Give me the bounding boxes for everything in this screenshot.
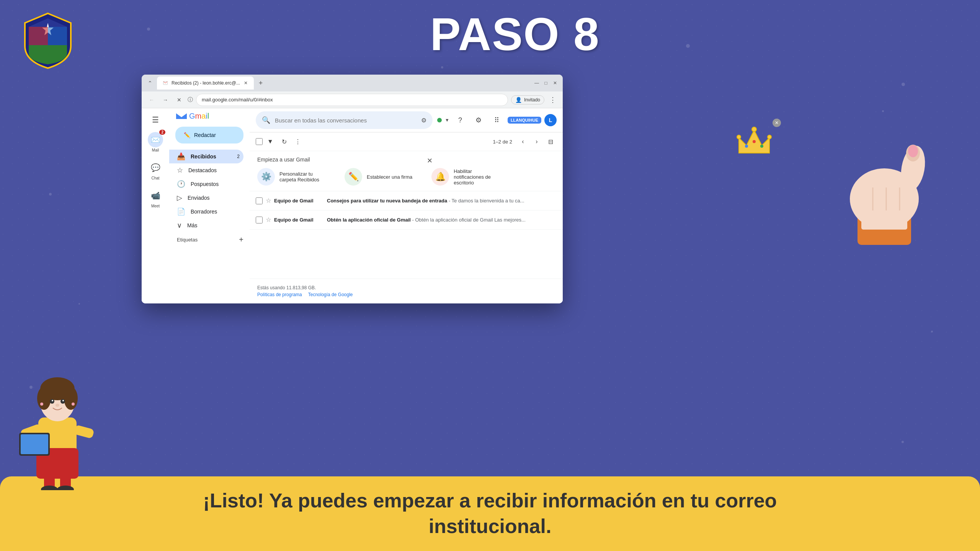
inbox-icon: 📥 <box>177 152 185 161</box>
svg-rect-19 <box>38 417 77 460</box>
more-options-btn[interactable]: ⋮ <box>547 95 558 105</box>
customize-text: Personalizar tu carpeta Recibidos <box>279 171 325 183</box>
back-arrow-btn[interactable]: ← <box>146 95 157 105</box>
close-btn[interactable]: ✕ <box>552 80 558 86</box>
next-page-btn[interactable]: › <box>531 135 543 148</box>
gmail-sidebar-icons: ☰ ✉️ Mail 2 💬 Chat 📹 Meet <box>142 108 169 303</box>
meet-label: Meet <box>151 204 160 208</box>
svg-point-24 <box>64 387 78 410</box>
reload-btn[interactable]: ✕ <box>174 95 185 105</box>
chat-icon: 💬 <box>148 160 163 175</box>
recibidos-label: Recibidos <box>191 153 216 160</box>
svg-rect-12 <box>854 187 915 210</box>
nav-item-destacados[interactable]: ☆ Destacados <box>169 163 243 177</box>
new-tab-btn[interactable]: + <box>255 78 266 88</box>
notifications-icon: 🔔 <box>431 168 449 186</box>
compose-button[interactable]: ✏️ Redactar <box>175 127 243 143</box>
subject-text-2: Obtén la aplicación oficial de Gmail <box>327 217 411 223</box>
nav-item-mas[interactable]: ∨ Más <box>169 218 243 232</box>
address-bar: ← → ✕ ⓘ 👤 Invitado ⋮ <box>142 91 563 108</box>
tab-close-btn[interactable]: ✕ <box>243 80 248 86</box>
close-banner-btn[interactable]: ✕ <box>427 156 433 165</box>
chat-label: Chat <box>151 176 159 180</box>
policies-link[interactable]: Políticas de programa <box>257 292 302 297</box>
recibidos-count: 2 <box>237 154 240 159</box>
mail-label: Mail <box>152 148 159 152</box>
more-toolbar-btn[interactable]: ⋮ <box>292 135 304 148</box>
get-started-cards: ⚙️ Personalizar tu carpeta Recibidos ✏️ … <box>257 168 555 186</box>
sidebar-item-chat[interactable]: 💬 Chat <box>142 157 169 183</box>
address-input[interactable] <box>196 94 508 106</box>
technology-link[interactable]: Tecnología de Google <box>308 292 353 297</box>
user-avatar[interactable]: L <box>544 114 557 126</box>
site-info-icon[interactable]: ⓘ <box>188 96 193 103</box>
refresh-btn[interactable]: ↻ <box>278 135 290 148</box>
svg-rect-33 <box>74 425 95 439</box>
profile-label: Invitado <box>524 97 540 103</box>
nav-item-enviados[interactable]: ▷ Enviados <box>169 191 243 205</box>
gmail-toolbar: ▼ ↻ ⋮ 1–2 de 2 ‹ › ⊟ <box>250 132 563 151</box>
email-checkbox-2[interactable] <box>256 217 263 223</box>
email-subject-2: Obtén la aplicación oficial de Gmail - O… <box>327 217 557 223</box>
nav-item-borradores[interactable]: 📄 Borradores <box>169 205 243 218</box>
profile-chip[interactable]: 👤 Invitado <box>511 95 544 104</box>
footer-links: Políticas de programa Tecnología de Goog… <box>257 292 555 297</box>
thumbs-up-decoration <box>827 115 942 276</box>
svg-point-22 <box>40 377 75 400</box>
mas-label: Más <box>187 222 197 228</box>
school-logo <box>23 11 73 69</box>
svg-rect-32 <box>21 434 48 454</box>
status-dot <box>437 118 442 122</box>
nav-item-recibidos[interactable]: 📥 Recibidos 2 <box>169 150 243 163</box>
minimize-btn[interactable]: — <box>534 80 540 86</box>
settings-btn[interactable]: ⚙ <box>471 112 486 128</box>
search-input[interactable] <box>275 117 416 124</box>
view-toggle-btn[interactable]: ⊟ <box>544 135 557 148</box>
nav-item-pospuestos[interactable]: 🕐 Pospuestos <box>169 177 243 191</box>
maximize-btn[interactable]: □ <box>543 80 549 86</box>
status-dropdown-btn[interactable]: ▼ <box>445 117 449 123</box>
bottom-banner: ¡Listo! Ya puedes empezar a recibir info… <box>0 476 980 551</box>
sidebar-item-mail[interactable]: ✉️ Mail 2 <box>142 129 169 155</box>
help-btn[interactable]: ? <box>452 112 468 128</box>
gmail-main: 🔍 ⚙ ▼ ? ⚙ ⠿ LLANQUIHUE <box>250 108 563 303</box>
enviados-label: Enviados <box>188 195 210 201</box>
email-row-1[interactable]: ☆ Equipo de Gmail Consejos para utilizar… <box>250 191 563 210</box>
school-name: LLANQUIHUE <box>511 118 538 122</box>
gmail-favicon-icon <box>162 80 168 86</box>
svg-rect-9 <box>858 207 911 245</box>
hamburger-menu-btn[interactable]: ☰ <box>148 112 163 127</box>
svg-point-26 <box>60 399 65 404</box>
compose-icon: ✏️ <box>184 132 190 138</box>
svg-point-7 <box>753 140 756 143</box>
email-checkbox-1[interactable] <box>256 197 263 204</box>
search-filter-icon[interactable]: ⚙ <box>421 117 426 124</box>
banner-line1: ¡Listo! Ya puedes empezar a recibir info… <box>203 488 777 514</box>
add-label-btn[interactable]: + <box>239 235 243 244</box>
svg-point-11 <box>898 144 928 193</box>
labels-section-header: Etiquetas + <box>169 232 250 246</box>
email-row-2[interactable]: ☆ Equipo de Gmail Obtén la aplicación of… <box>250 210 563 230</box>
svg-point-29 <box>56 404 59 407</box>
active-tab[interactable]: Recibidos (2) - leon.bohle.erc@... ✕ <box>157 77 254 90</box>
tab-title: Recibidos (2) - leon.bohle.erc@... <box>172 80 240 86</box>
email-star-2[interactable]: ☆ <box>266 216 271 223</box>
destacados-label: Destacados <box>188 167 217 173</box>
gs-card-notifications[interactable]: 🔔 Habilitar notificaciones de escritorio <box>431 168 500 186</box>
apps-btn[interactable]: ⠿ <box>489 112 505 128</box>
storage-info: Estás usando 11.813,98 GB. <box>257 285 316 290</box>
pagination-info: 1–2 de 2 <box>493 139 512 145</box>
browser-back-btn[interactable]: ⌃ <box>146 79 154 87</box>
sidebar-item-meet[interactable]: 📹 Meet <box>142 185 169 211</box>
select-all-checkbox[interactable] <box>256 138 263 145</box>
gs-card-customize[interactable]: ⚙️ Personalizar tu carpeta Recibidos <box>257 168 325 186</box>
search-bar[interactable]: 🔍 ⚙ <box>256 111 433 129</box>
prev-page-btn[interactable]: ‹ <box>517 135 529 148</box>
forward-arrow-btn[interactable]: → <box>160 95 171 105</box>
gs-card-signature[interactable]: ✏️ Establecer una firma <box>345 168 412 186</box>
svg-point-21 <box>40 383 75 421</box>
compose-label: Redactar <box>194 132 216 138</box>
email-star-1[interactable]: ☆ <box>266 197 271 204</box>
select-dropdown-btn[interactable]: ▼ <box>264 135 276 148</box>
svg-point-23 <box>37 387 51 410</box>
